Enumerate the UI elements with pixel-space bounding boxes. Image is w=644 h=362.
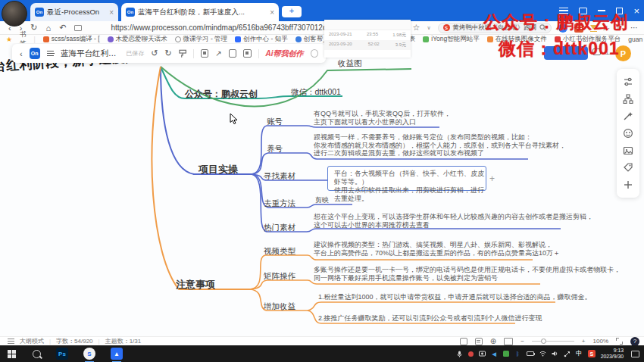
home-icon[interactable]: ⌂ [46, 23, 52, 33]
notification-center-icon[interactable] [631, 351, 639, 357]
processon-logo[interactable]: On [30, 48, 40, 59]
style-sliders-icon[interactable] [623, 76, 633, 87]
photoshop-icon[interactable]: Ps [56, 348, 68, 360]
theme-wand-icon[interactable] [623, 111, 633, 121]
zoom-in-icon[interactable]: + [582, 338, 586, 345]
node-shouyi[interactable]: 增加收益 [264, 301, 295, 312]
bluetooth-tray-icon[interactable]: ᛒ [514, 351, 521, 357]
menu-icon[interactable] [47, 51, 54, 56]
input-method-indicator[interactable]: 中 [576, 351, 583, 357]
telegram-tray-icon[interactable]: ◀ [491, 351, 498, 357]
node-juzhen[interactable]: 矩阵操作 [264, 271, 295, 282]
bookmark-item[interactable]: scss/sass编译 - [ [43, 35, 100, 44]
undo-nav-icon[interactable]: ↶ [59, 23, 66, 33]
usb-tray-icon[interactable] [564, 351, 571, 357]
image-icon[interactable] [623, 145, 633, 156]
bookmark-item[interactable]: guan [628, 36, 642, 43]
refresh-icon[interactable]: ↻ [30, 23, 37, 33]
zoom-level[interactable]: 100% [593, 338, 608, 345]
browser-tab-recent[interactable]: On 最近-ProcessOn × [30, 3, 118, 21]
node-gongzhonghao[interactable]: 公众号：鹏叔云创 [185, 88, 258, 101]
red-app-tray-icon[interactable] [468, 351, 474, 357]
more-icon[interactable]: ⋯ [630, 23, 638, 32]
relation-line-icon[interactable] [201, 49, 208, 58]
reading-mode-icon[interactable] [74, 25, 82, 31]
help-button[interactable]: ? [630, 337, 639, 346]
zoom-slider-knob[interactable] [541, 339, 546, 344]
outline-mode-icon[interactable] [8, 339, 14, 344]
star-icon[interactable]: ☆ [413, 23, 420, 33]
leaf-zhanghao[interactable]: 有QQ号就可以，手机安装QQ后，打开软件， 主页下面就可以看大小世界的入口 [314, 110, 451, 126]
screenshot-tray-icon[interactable] [479, 351, 486, 357]
browser-profile-avatar[interactable] [2, 1, 27, 27]
browser-tab-mindmap[interactable]: On 蓝海平台红利阶段，新手速度入... × [121, 3, 279, 21]
zoom-out-icon[interactable]: − [521, 338, 524, 345]
node-sucai[interactable]: 寻找素材 [264, 171, 295, 182]
sogou-input-icon[interactable]: S [588, 350, 596, 357]
structure-icon[interactable] [229, 49, 236, 58]
node-quchong[interactable]: 去重方法 [264, 198, 295, 209]
node-zhanghao[interactable]: 账号 [267, 117, 283, 127]
mindmap-canvas[interactable]: 蓝海平台红利阶段，新手速度入局 公众号：鹏叔云创 微信：dttk001 收益图 … [0, 43, 644, 336]
focus-mode-icon[interactable] [243, 49, 251, 58]
node-income[interactable]: 收益图 [338, 58, 362, 69]
node-notes[interactable]: 注意事项 [176, 278, 215, 292]
node-leixing[interactable]: 视频类型 [264, 246, 295, 257]
document-title[interactable]: 蓝海平台红利阶... [61, 48, 119, 59]
leaf-sucai-box[interactable]: 平台：各大视频平台（抖音、快手、小红书、皮皮虾等等。） 使用去水印软件提取出来，… [327, 166, 486, 191]
back-icon[interactable]: ‹ [20, 49, 23, 58]
taskbar-clock[interactable]: 9:13 2023/9/30 [601, 348, 624, 360]
leaf-juzhen[interactable]: 多账号操作还是要一机一卡一号，绑定的电话号码也是使用正规电话卡，不要使用虚拟卡或… [314, 266, 621, 282]
arrow-tool-icon[interactable]: ↗ [215, 49, 221, 58]
leaf-remen[interactable]: 想在这个平台上变现，可以选择学生群体和年轻人比较感兴趣的内容去创作或者是搬运剪辑… [314, 213, 593, 229]
locate-center-icon[interactable]: ⊕ [490, 337, 496, 345]
leaf-shouyi-1[interactable]: 1.粉丝量达到1000，就可以申请带货权益，申请开通后就可以选择合适的商品，赚取… [318, 293, 592, 301]
node-weixin[interactable]: 微信：dttk001 [291, 87, 341, 98]
sogou-browser-icon[interactable]: S [83, 348, 95, 360]
blue-app-icon[interactable]: ▲ [111, 348, 123, 360]
undo-icon[interactable]: ↺ [151, 48, 158, 58]
start-button[interactable] [8, 350, 16, 358]
structure-layout-icon[interactable] [623, 94, 633, 105]
leaf-shouyi-2[interactable]: 2.接推广任务赚取奖励，还可以引流到公众号或者引流到个人微信进行变现 [318, 314, 542, 323]
zoom-slider[interactable] [532, 341, 574, 342]
chevron-down-icon[interactable]: ∨ [427, 25, 430, 31]
url-bar[interactable]: https://www.processon.com/mindmap/6516ba… [111, 23, 335, 32]
close-window-button[interactable]: × [633, 6, 639, 16]
leaf-yanghao[interactable]: 跟视频号一样，不需要养号，做好账号定位（发布同类型的视频，比如： 你发布情感的就… [314, 133, 566, 158]
wifi-icon[interactable] [539, 351, 546, 357]
emoji-icon[interactable] [623, 128, 633, 139]
node-yanghao[interactable]: 养号 [267, 144, 283, 154]
fullscreen-icon[interactable] [616, 338, 623, 345]
close-icon[interactable]: × [270, 8, 274, 17]
close-icon[interactable]: × [109, 8, 114, 17]
battery-icon[interactable] [527, 351, 534, 356]
leaf-leixing[interactable]: 建议操作视频的类型：热门游戏、搞笑视频、明星八卦、娱乐新闻、影视解说， 平台上的… [314, 241, 560, 257]
outline-mode-label[interactable]: 大纲模式 [20, 337, 44, 345]
redo-icon[interactable]: ↻ [164, 48, 171, 58]
grid-icon[interactable] [475, 338, 483, 345]
add-node-icon[interactable]: + [489, 173, 495, 184]
bookmark-item[interactable]: 创作中心 - 知乎 [235, 35, 288, 44]
node-remen[interactable]: 热门素材 [264, 223, 295, 233]
bookmark-item[interactable]: 木爱恋爱聊天话术 [108, 35, 167, 44]
defender-tray-icon[interactable] [503, 351, 509, 357]
layout-icon[interactable] [460, 338, 467, 345]
node-ops[interactable]: 项目实操 [199, 163, 238, 176]
mic-icon[interactable] [456, 351, 463, 357]
leaf-quchong[interactable]: 剪映 [315, 196, 329, 204]
format-painter-icon[interactable] [179, 49, 186, 58]
bookmark-item[interactable]: 微课学习 - 管理 [175, 35, 228, 44]
new-tab-button[interactable]: + [282, 6, 302, 17]
feedback-icon[interactable] [311, 49, 318, 58]
minimap-icon[interactable] [504, 338, 513, 345]
bookmark-item[interactable]: iYong智能网站平 [423, 35, 479, 44]
image-crop-strip [324, 20, 411, 30]
volume-icon[interactable] [552, 351, 558, 357]
taskbar-search-icon[interactable] [33, 350, 41, 358]
income-table-image[interactable]: 2023-09-21 23:55 1.98元 2023-09-20 52:02 … [324, 20, 411, 58]
tag-icon[interactable] [623, 162, 633, 173]
more-tools-icon[interactable] [623, 179, 633, 190]
bookmark-star-icon[interactable]: ★ [6, 36, 12, 43]
ai-create-button[interactable]: Ai帮我创作 [266, 48, 304, 59]
